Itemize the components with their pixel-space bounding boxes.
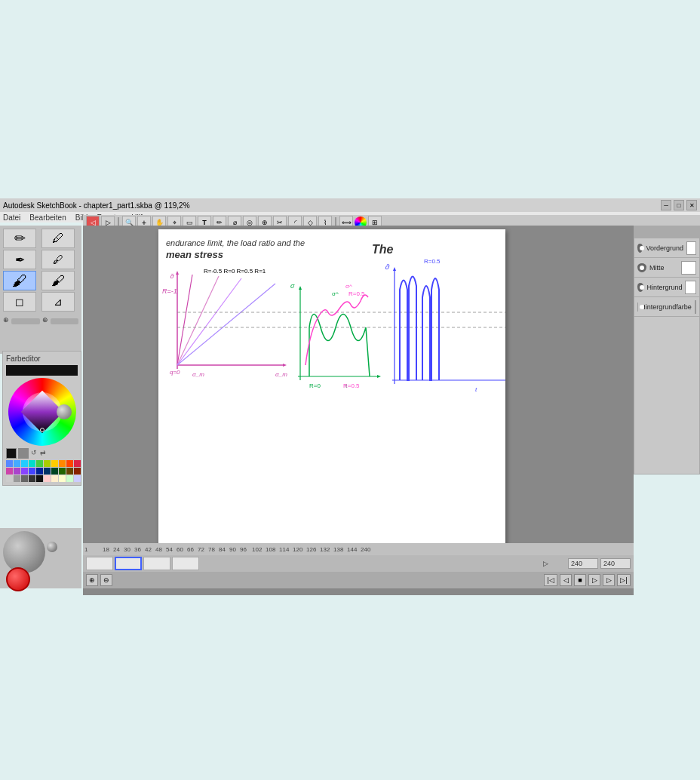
pen-b-tool[interactable]: 🖋	[41, 250, 75, 269]
swatch-26[interactable]	[51, 475, 58, 482]
svg-marker-3	[176, 271, 179, 275]
thumb-area	[86, 557, 541, 570]
marker-tool[interactable]: 🖊	[41, 229, 75, 248]
swatch-16[interactable]	[51, 468, 58, 474]
swatch-10[interactable]	[6, 468, 13, 474]
swatch-21[interactable]	[14, 475, 20, 482]
swatch-18[interactable]	[66, 468, 73, 474]
swatch-1[interactable]	[14, 460, 20, 467]
svg-line-10	[177, 284, 275, 365]
size-controls: ⊕ ⊕	[0, 315, 81, 326]
layer-name-hintergrund: Hintergrund	[646, 284, 682, 291]
svg-marker-17	[377, 375, 381, 378]
thumb-frame-3[interactable]	[143, 557, 170, 570]
layer-thumb-mitte	[681, 261, 696, 275]
background-color[interactable]	[18, 448, 29, 459]
eraser-left-tool[interactable]: ◻	[3, 292, 36, 312]
red-circle-indicator[interactable]	[6, 567, 30, 591]
svg-line-9	[177, 278, 241, 365]
swatch-9[interactable]	[74, 460, 81, 467]
svg-text:R=0: R=0	[309, 382, 321, 389]
color-black-bar	[6, 365, 78, 376]
smudge-left-tool[interactable]: ⊿	[41, 292, 75, 312]
layer-eye-vordergrund[interactable]	[637, 244, 643, 253]
layer-hintergrundfarbe[interactable]: Hintergrundfarbe	[634, 297, 699, 317]
close-button[interactable]: ✕	[686, 200, 697, 210]
swatch-25[interactable]	[44, 475, 51, 482]
frame-num-72: 72	[198, 546, 208, 553]
swatch-0[interactable]	[6, 460, 13, 467]
the-text: The	[372, 243, 394, 256]
next-btn[interactable]: ▷	[603, 574, 615, 586]
svg-text:σ̃: σ̃	[170, 273, 174, 280]
stop-btn[interactable]: ■	[574, 574, 586, 586]
total-frames: 240	[603, 560, 615, 567]
pencil-tool[interactable]: ✏	[3, 229, 36, 248]
swatch-2[interactable]	[21, 460, 28, 467]
swatch-15[interactable]	[44, 468, 51, 474]
restore-button[interactable]: □	[674, 200, 684, 210]
prev-first-btn[interactable]: |◁	[544, 574, 557, 586]
swatch-13[interactable]	[29, 468, 35, 474]
drawing-page: endurance limit, the load ratio and the …	[158, 229, 505, 561]
color-reset[interactable]: ↺	[30, 448, 38, 459]
thumb-frame-active[interactable]	[115, 557, 142, 570]
foreground-color[interactable]	[6, 448, 17, 459]
swatch-19[interactable]	[74, 468, 81, 474]
canvas-text-line1: endurance limit, the load ratio and the	[166, 238, 305, 247]
swatch-5[interactable]	[44, 460, 51, 467]
size-slider[interactable]	[11, 318, 40, 324]
layer-eye-hintergrund[interactable]	[637, 283, 643, 292]
play-btn[interactable]: ▷	[588, 574, 600, 586]
layer-eye-mitte[interactable]	[637, 263, 646, 272]
swatch-7[interactable]	[59, 460, 66, 467]
svg-text:σ^: σ^	[345, 283, 352, 290]
brush-a-tool[interactable]: 🖌	[3, 271, 36, 290]
swatch-22[interactable]	[21, 475, 28, 482]
swatch-24[interactable]	[36, 475, 43, 482]
next-last-btn[interactable]: ▷|	[617, 574, 631, 586]
thumb-add-btn[interactable]: ⊕	[86, 574, 98, 586]
swatch-20[interactable]	[6, 475, 13, 482]
swatch-17[interactable]	[59, 468, 66, 474]
menu-bearbeiten[interactable]: Bearbeiten	[29, 213, 66, 222]
swatch-29[interactable]	[74, 475, 81, 482]
swatch-11[interactable]	[14, 468, 20, 474]
opacity-slider[interactable]	[51, 318, 79, 324]
frame-counter: 240	[568, 558, 598, 569]
swatch-14[interactable]	[36, 468, 43, 474]
thumb-frame-1[interactable]	[86, 557, 113, 570]
zoom-circle[interactable]	[47, 542, 57, 552]
brush-b-tool[interactable]: 🖌	[41, 271, 75, 290]
thumb-remove-btn[interactable]: ⊖	[100, 574, 112, 586]
frame-num-132: 132	[320, 546, 333, 553]
swatch-3[interactable]	[29, 460, 35, 467]
prev-btn[interactable]: ◁	[560, 574, 572, 586]
swatch-6[interactable]	[51, 460, 58, 467]
menu-datei[interactable]: Datei	[3, 213, 20, 222]
timeline-numbers: 1 18 24 30 36 42 48 54 60 66 72 78 84 90…	[83, 543, 634, 555]
color-editor: Farbeditor ↺ ⇄	[2, 351, 81, 486]
color-wheel-container[interactable]	[8, 378, 76, 446]
layer-vordergrund[interactable]: Vordergrund	[634, 238, 699, 258]
nav-wheel[interactable]	[3, 531, 45, 573]
frame-num-126: 126	[306, 546, 320, 553]
gray-circle[interactable]	[57, 404, 72, 419]
layer-hintergrund[interactable]: Hintergrund	[634, 278, 699, 297]
canvas-area[interactable]: endurance limit, the load ratio and the …	[83, 226, 634, 595]
layer-mitte[interactable]: Mitte	[634, 258, 699, 278]
pen-a-tool[interactable]: ✒	[3, 250, 36, 269]
swatch-8[interactable]	[66, 460, 73, 467]
swatch-27[interactable]	[59, 475, 66, 482]
minimize-button[interactable]: ─	[661, 200, 671, 210]
swatch-23[interactable]	[29, 475, 35, 482]
frame-num-84: 84	[219, 546, 229, 553]
swatch-4[interactable]	[36, 460, 43, 467]
layer-thumb-vordergrund	[686, 241, 696, 255]
color-swap[interactable]: ⇄	[39, 448, 47, 459]
svg-text:R=-1: R=-1	[162, 287, 177, 295]
swatch-12[interactable]	[21, 468, 28, 474]
zoom-indicator	[47, 542, 57, 552]
swatch-28[interactable]	[66, 475, 73, 482]
thumb-frame-4[interactable]	[172, 557, 199, 570]
